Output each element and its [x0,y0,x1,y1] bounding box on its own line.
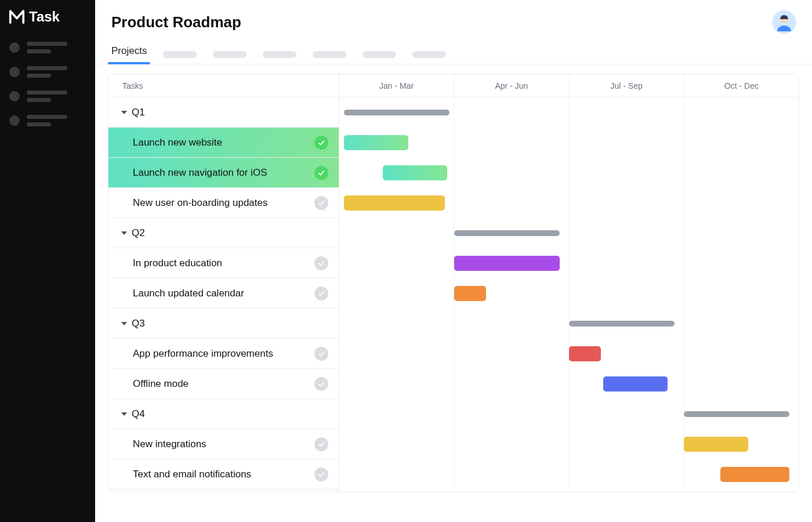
placeholder-dot-icon [9,67,20,77]
caret-down-icon [121,231,127,235]
group-bar[interactable] [684,411,789,417]
timeline-row [339,97,799,128]
task-label: In product education [133,258,222,269]
task-row[interactable]: Launch updated calendar [108,278,339,309]
tabs: Projects [95,38,812,64]
tasks-column-header: Tasks [108,74,339,97]
timeline-header-cell: Apr - Jun [454,74,568,97]
app-name: Task [29,9,60,25]
placeholder-dot-icon [9,91,20,102]
task-row[interactable]: Offline mode [108,369,339,399]
tab-placeholder[interactable] [362,51,396,58]
check-pending-icon[interactable] [314,256,328,270]
task-bar[interactable] [383,165,447,180]
tab-placeholder[interactable] [412,51,446,58]
check-done-icon[interactable] [314,136,328,150]
timeline-row [339,399,799,429]
task-row[interactable]: New integrations [108,429,339,459]
check-pending-icon[interactable] [314,377,328,391]
tab-placeholder[interactable] [213,51,246,58]
placeholder-dot-icon [9,115,20,126]
placeholder-bars [27,66,67,78]
caret-down-icon [121,412,127,416]
caret-down-icon [121,322,127,325]
header: Product Roadmap [95,0,812,38]
placeholder-bars [27,115,67,126]
group-row[interactable]: Q4 [108,399,339,429]
sidebar-item-placeholder[interactable] [9,90,86,102]
timeline-row [339,429,799,459]
group-bar[interactable] [344,110,449,115]
timeline-row [339,278,799,309]
main: Product Roadmap Projects Tas [95,0,812,522]
sidebar-item-placeholder[interactable] [9,115,86,126]
task-label: New user on-boarding updates [133,197,267,209]
task-row[interactable]: App performance improvements [108,339,339,369]
task-label: Text and email notifications [133,469,251,480]
page-title: Product Roadmap [111,13,241,31]
timeline-row [339,218,799,248]
timeline: Jan - MarApr - JunJul - SepOct - Dec [339,74,799,492]
sidebar-item-placeholder[interactable] [9,42,86,53]
task-row[interactable]: In product education [108,248,339,278]
check-pending-icon[interactable] [314,467,328,481]
task-label: App performance improvements [133,348,273,360]
sidebar-nav [0,39,95,129]
user-avatar[interactable] [773,10,796,34]
timeline-row [339,309,799,339]
task-bar[interactable] [684,437,748,452]
logo-icon [8,8,26,26]
check-pending-icon[interactable] [314,437,328,451]
tab-placeholder[interactable] [313,51,346,58]
group-row[interactable]: Q2 [108,218,339,248]
group-bar[interactable] [569,321,675,327]
task-bar[interactable] [569,346,601,361]
task-row[interactable]: Launch new navigation for iOS [108,158,339,188]
sidebar: Task [0,0,95,522]
timeline-header-cell: Oct - Dec [684,74,799,97]
check-done-icon[interactable] [314,166,328,180]
task-bar[interactable] [454,256,560,271]
group-bar[interactable] [454,230,560,236]
timeline-row [339,188,799,218]
tab-placeholder[interactable] [263,51,296,58]
group-label: Q4 [132,408,145,420]
placeholder-bars [27,42,67,53]
timeline-row [339,339,799,369]
group-row[interactable]: Q3 [108,309,339,339]
check-pending-icon[interactable] [314,287,328,300]
task-label: Offline mode [133,378,188,390]
task-label: Launch new website [133,137,222,148]
group-row[interactable]: Q1 [108,97,339,128]
tab-projects[interactable]: Projects [111,45,147,64]
check-pending-icon[interactable] [314,196,328,210]
timeline-row [339,158,799,188]
task-row[interactable]: Launch new website [108,128,339,158]
task-bar[interactable] [454,286,486,301]
placeholder-bars [27,90,67,102]
task-bar[interactable] [344,135,408,150]
timeline-row [339,369,799,399]
caret-down-icon [121,111,127,114]
group-label: Q3 [132,318,145,329]
timeline-row [339,128,799,158]
task-bar[interactable] [603,376,668,392]
group-label: Q1 [132,107,145,118]
task-label: New integrations [133,438,206,450]
task-row[interactable]: New user on-boarding updates [108,188,339,218]
gantt-panel: Tasks Q1Launch new websiteLaunch new nav… [108,74,799,492]
tab-placeholder[interactable] [163,51,197,58]
timeline-header-cell: Jul - Sep [569,74,684,97]
placeholder-dot-icon [9,42,20,53]
timeline-row [339,459,799,490]
group-label: Q2 [132,227,145,239]
task-bar[interactable] [344,195,445,211]
check-pending-icon[interactable] [314,347,328,361]
sidebar-item-placeholder[interactable] [9,66,86,78]
task-label: Launch new navigation for iOS [133,167,267,179]
timeline-row [339,248,799,278]
app-logo: Task [0,8,95,39]
timeline-header-cell: Jan - Mar [339,74,454,97]
task-row[interactable]: Text and email notifications [108,459,339,490]
task-bar[interactable] [720,467,789,482]
